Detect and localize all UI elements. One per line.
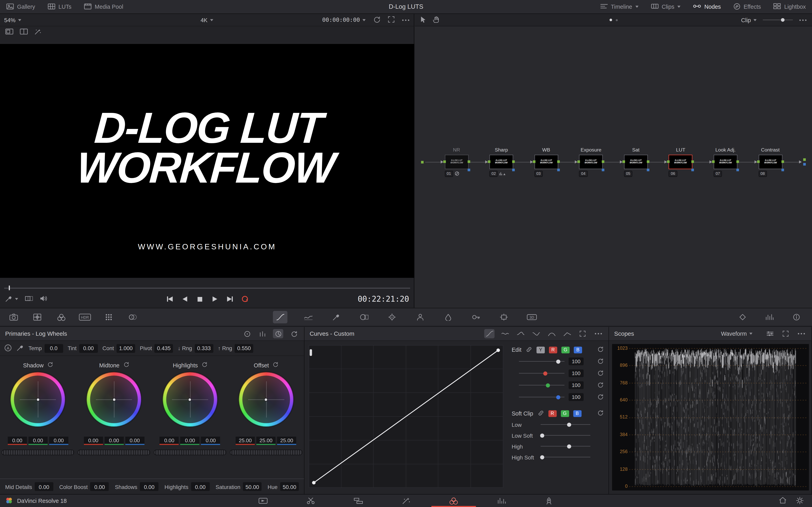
pan-tool-icon[interactable] [433,16,440,24]
node-thumbnail[interactable]: D-LOG LUT WORKFLOW [758,155,782,169]
blur-icon[interactable] [441,311,455,323]
media-pool-button[interactable]: Media Pool [84,3,123,10]
step-back-button[interactable] [181,295,189,303]
midtone-color-wheel[interactable] [87,372,142,427]
node-zoom-handle[interactable] [781,18,784,21]
luts-button[interactable]: LUTs [48,3,71,10]
white-balance-picker-icon[interactable] [17,344,24,352]
project-manager-icon[interactable] [779,497,786,505]
node-key-port[interactable] [467,169,470,171]
stop-button[interactable] [196,295,204,303]
curves-palette-icon[interactable] [273,311,288,323]
scope-settings-icon[interactable] [765,329,775,338]
midtone-red-value[interactable]: 0.00 [84,437,103,445]
y-gain-handle[interactable] [556,359,560,363]
cut-page-icon[interactable] [303,494,318,507]
single-viewer-icon[interactable] [5,29,13,36]
shadows-value-field[interactable]: 0.00 [140,482,159,491]
curve-point-white[interactable] [496,349,500,352]
audio-mute-icon[interactable] [40,295,48,303]
node-thumbnail[interactable]: D-LOG LUT WORKFLOW [579,155,603,169]
source-node-port[interactable] [421,161,424,163]
shadow-red-value[interactable]: 0.00 [8,437,27,445]
node-graph[interactable]: NR D-LOG LUT WORKFLOW 01 Sharp D-LOG LUT… [421,155,806,169]
scope-expand-icon[interactable] [780,329,791,338]
node-input-port[interactable] [757,160,759,163]
down-range-value-field[interactable]: 0.333 [195,344,213,352]
node-output-port[interactable] [467,160,470,163]
node-key-port[interactable] [736,169,739,171]
playhead[interactable] [9,286,10,290]
low-soft-handle[interactable] [540,433,544,438]
temp-value-field[interactable]: 0.0 [44,344,63,352]
tracker-icon[interactable] [385,311,399,323]
low-handle[interactable] [567,422,571,427]
node-output-port[interactable] [602,160,604,163]
qualifier-icon[interactable] [329,311,343,323]
r-gain-handle[interactable] [543,371,547,375]
node-input-port[interactable] [622,160,625,163]
g-gain-reset-icon[interactable] [597,382,603,389]
shadow-master-wheel[interactable] [2,450,74,455]
clips-button[interactable]: Clips [651,3,680,10]
node-output-port[interactable] [736,160,739,163]
hue-value-field[interactable]: 50.00 [280,482,299,491]
log-view-icon[interactable] [273,329,283,338]
fairlight-page-icon[interactable] [494,494,509,507]
node-input-port[interactable] [712,160,715,163]
node-input-port[interactable] [533,160,535,163]
node-output-port[interactable] [692,160,694,163]
rgb-mixer-icon[interactable] [101,311,116,323]
power-window-icon[interactable] [357,311,371,323]
scope-more-icon[interactable] [796,329,806,338]
highlights-color-wheel[interactable] [162,372,217,427]
midtone-green-value[interactable]: 0.00 [104,437,124,445]
wheels-view-icon[interactable] [242,329,252,338]
b-gain-value[interactable]: 100 [568,393,583,401]
shadow-green-value[interactable]: 0.00 [28,437,48,445]
media-page-icon[interactable] [255,494,271,507]
saturation-value-field[interactable]: 50.00 [243,482,262,491]
primaries-reset-icon[interactable] [289,329,299,338]
highlights-reset-icon[interactable] [201,361,207,369]
node-04-exposure[interactable]: Exposure D-LOG LUT WORKFLOW 04 [579,155,603,169]
enhanced-viewer-icon[interactable] [34,28,41,36]
node-thumbnail[interactable]: D-LOG LUT WORKFLOW [534,155,558,169]
node-08-contrast[interactable]: Contrast D-LOG LUT WORKFLOW 08 [758,155,782,169]
soft-clip-reset-icon[interactable] [597,410,603,417]
bars-view-icon[interactable] [257,329,268,338]
color-boost-value-field[interactable]: 0.00 [90,482,109,491]
viewer-timecode-select[interactable]: 00:00:00:00 [322,17,365,23]
channel-b-button[interactable]: B [574,346,582,353]
go-to-first-frame-button[interactable] [165,295,174,303]
b-gain-handle[interactable] [556,395,560,399]
node-thumbnail[interactable]: D-LOG LUT WORKFLOW [490,155,513,169]
node-01-nr[interactable]: NR D-LOG LUT WORKFLOW 01 [445,155,468,169]
highlights-red-value[interactable]: 0.00 [160,437,179,445]
loop-button[interactable] [241,295,249,303]
node-output-port[interactable] [781,160,784,163]
keyframes-icon[interactable] [735,311,750,323]
contrast-value-field[interactable]: 1.000 [116,344,135,352]
fusion-page-icon[interactable] [398,494,414,507]
color-page-icon[interactable] [446,494,461,507]
link-channels-icon[interactable] [525,346,532,353]
sizing-icon[interactable] [497,311,511,323]
high-soft-handle[interactable] [540,455,544,459]
viewer-more-icon[interactable] [402,19,410,21]
node-zoom-slider[interactable] [763,19,793,20]
gallery-button[interactable]: Gallery [6,3,35,10]
curve-left-clamp-handle[interactable] [310,349,312,356]
viewer-video[interactable]: D-LOG LUT WORKFLOW WWW.GEORGESHUNIA.COM [0,44,414,278]
node-key-port[interactable] [557,169,560,171]
curves-expand-icon[interactable] [577,329,588,338]
select-tool-icon[interactable] [420,16,426,24]
low-slider[interactable] [541,424,590,425]
color-match-icon[interactable] [30,311,45,323]
hue-curves-icon[interactable] [301,311,315,323]
channel-r-button[interactable]: R [549,346,557,353]
image-wipe-icon[interactable] [25,295,33,303]
r-gain-value[interactable]: 100 [568,370,583,377]
node-05-sat[interactable]: Sat D-LOG LUT WORKFLOW 05 [624,155,648,169]
y-gain-reset-icon[interactable] [597,358,603,365]
